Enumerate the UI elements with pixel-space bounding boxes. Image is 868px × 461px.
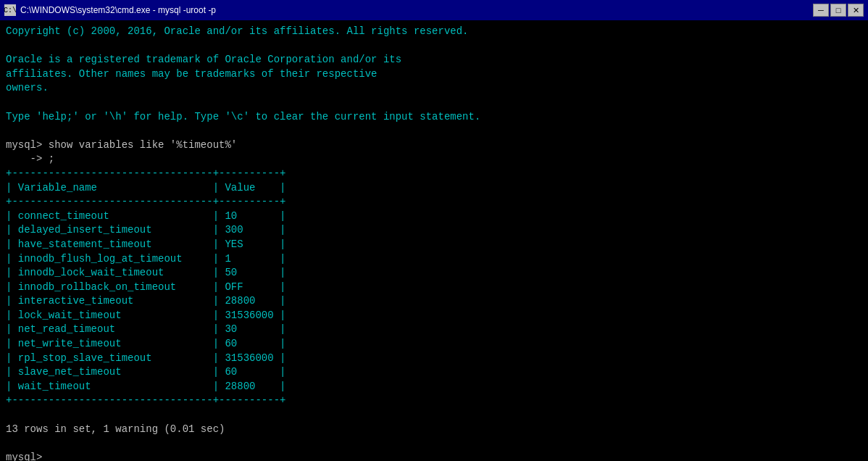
prompt-line1: mysql> show variables like '%timeout%' — [6, 138, 862, 153]
cmd-icon: C:\ — [4, 4, 16, 16]
table-row: | have_statement_timeout | YES | — [6, 238, 862, 252]
blank2 — [6, 96, 862, 110]
table-top: +---------------------------------+-----… — [6, 167, 862, 181]
oracle-line2: affiliates. Other names may be trademark… — [6, 67, 862, 82]
help-line: Type 'help;' or '\h' for help. Type '\c'… — [6, 110, 862, 125]
table-row: | innodb_flush_log_at_timeout | 1 | — [6, 252, 862, 267]
minimize-button[interactable]: ─ — [813, 4, 829, 17]
title-bar: C:\ C:\WINDOWS\system32\cmd.exe - mysql … — [0, 0, 868, 20]
result-line: 13 rows in set, 1 warning (0.01 sec) — [6, 423, 862, 437]
maximize-button[interactable]: □ — [830, 4, 846, 17]
blank4 — [6, 408, 862, 423]
table-header: | Variable_name | Value | — [6, 181, 862, 196]
close-button[interactable]: ✕ — [848, 4, 864, 17]
table-row: | innodb_rollback_on_timeout | OFF | — [6, 281, 862, 295]
oracle-line3: owners. — [6, 81, 862, 96]
table-row: | innodb_lock_wait_timeout | 50 | — [6, 266, 862, 281]
copyright-line1: Copyright (c) 2000, 2016, Oracle and/or … — [6, 25, 862, 39]
table-mid: +---------------------------------+-----… — [6, 195, 862, 209]
terminal-body: Copyright (c) 2000, 2016, Oracle and/or … — [0, 20, 868, 461]
table-rows: | connect_timeout | 10 || delayed_insert… — [6, 209, 862, 394]
table-row: | delayed_insert_timeout | 300 | — [6, 223, 862, 238]
table-bottom: +---------------------------------+-----… — [6, 394, 862, 408]
table-row: | net_read_timeout | 30 | — [6, 323, 862, 337]
oracle-line1: Oracle is a registered trademark of Orac… — [6, 53, 862, 67]
window-title: C:\WINDOWS\system32\cmd.exe - mysql -uro… — [20, 5, 216, 15]
table-row: | net_write_timeout | 60 | — [6, 337, 862, 352]
table-row: | rpl_stop_slave_timeout | 31536000 | — [6, 352, 862, 366]
final-prompt[interactable]: mysql> — [6, 451, 862, 461]
table-row: | wait_timeout | 28800 | — [6, 380, 862, 394]
blank3 — [6, 124, 862, 138]
table-row: | slave_net_timeout | 60 | — [6, 365, 862, 380]
table-row: | connect_timeout | 10 | — [6, 209, 862, 224]
blank1 — [6, 39, 862, 54]
prompt-line2: -> ; — [6, 152, 862, 167]
table-row: | interactive_timeout | 28800 | — [6, 294, 862, 309]
window-controls[interactable]: ─ □ ✕ — [813, 4, 864, 17]
table-row: | lock_wait_timeout | 31536000 | — [6, 309, 862, 323]
blank5 — [6, 436, 862, 451]
